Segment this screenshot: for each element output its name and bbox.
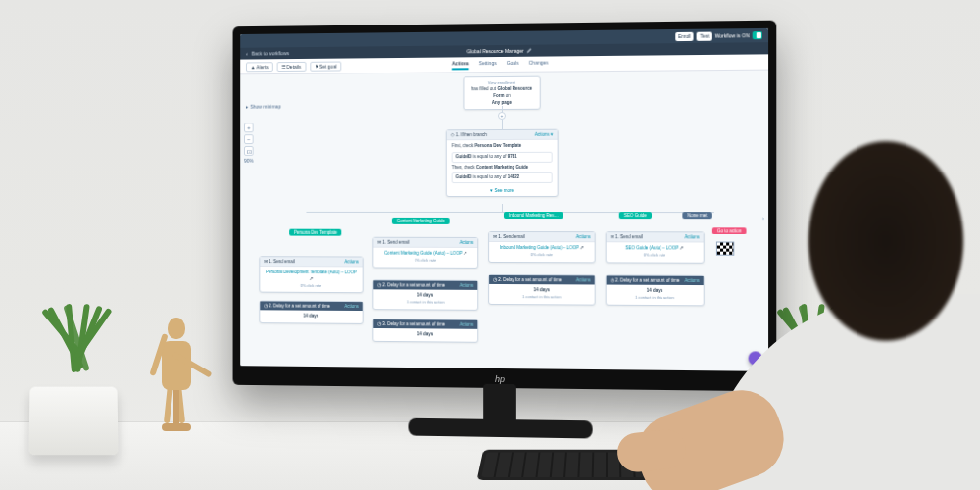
- set-goal-button[interactable]: ⚑ Set goal: [310, 61, 342, 71]
- tab-goals[interactable]: Goals: [507, 59, 519, 69]
- branch-label-none[interactable]: None met: [682, 212, 711, 219]
- zoom-level: 90%: [244, 158, 254, 164]
- send-email-node-4[interactable]: ✉ 1. Send emailActions SEO Guide (Auto) …: [606, 231, 705, 263]
- add-step-button[interactable]: +: [498, 112, 506, 120]
- zoom-fit-button[interactable]: ⊡: [244, 146, 254, 156]
- show-minimap-link[interactable]: ▸ Show minimap: [246, 104, 281, 110]
- workflow-toggle[interactable]: [753, 31, 762, 39]
- tab-settings[interactable]: Settings: [479, 60, 497, 70]
- see-more-link[interactable]: ▾ See more: [447, 188, 558, 196]
- alerts-button[interactable]: ▲ Alerts: [246, 62, 273, 72]
- pencil-icon[interactable]: [526, 48, 532, 54]
- branch-node[interactable]: ◇ 1. If/then branchActions ▾ First, chec…: [446, 129, 559, 197]
- zoom-in-button[interactable]: +: [244, 122, 254, 132]
- branch-label-2[interactable]: Content Marketing Guide: [392, 218, 450, 224]
- test-button[interactable]: Test: [697, 31, 711, 40]
- zoom-out-button[interactable]: −: [244, 134, 254, 144]
- branch-label-4[interactable]: SEO Guide: [619, 212, 652, 219]
- workflow-status: Workflow is ON: [715, 32, 750, 38]
- delay-node-2[interactable]: ◷ 2. Delay for a set amount of timeActio…: [372, 279, 478, 310]
- tab-actions[interactable]: Actions: [452, 60, 469, 70]
- tabs: Actions Settings Goals Changes: [452, 59, 549, 70]
- branch-label-1[interactable]: Persona Dev Template: [289, 229, 342, 236]
- details-button[interactable]: ☰ Details: [276, 61, 306, 71]
- zoom-controls: + − ⊡ 90%: [244, 122, 254, 163]
- branch-actions-link[interactable]: Actions ▾: [535, 132, 554, 137]
- workflow-canvas[interactable]: ▸ Show minimap + − ⊡ 90% View enrollment…: [240, 71, 768, 371]
- goal-flag-icon: [716, 242, 734, 256]
- branch-label-3[interactable]: Inbound Marketing Res…: [504, 212, 564, 219]
- delay-node-4[interactable]: ◷ 2. Delay for a set amount of timeActio…: [606, 274, 705, 305]
- back-link[interactable]: Back to workflows: [252, 50, 289, 56]
- chevron-left-icon: ‹: [246, 51, 248, 57]
- send-email-node-3[interactable]: ✉ 1. Send emailActions Inbound Marketing…: [488, 231, 596, 263]
- enroll-button[interactable]: Enroll: [675, 31, 694, 40]
- send-email-node-2[interactable]: ✉ 1. Send emailActions Content Marketing…: [372, 237, 478, 269]
- tab-changes[interactable]: Changes: [529, 59, 549, 69]
- delay-node-1[interactable]: ◷ 2. Delay for a set amount of timeActio…: [259, 300, 363, 323]
- send-email-node-1[interactable]: ✉ 1. Send emailActions Personal Developm…: [259, 256, 363, 293]
- delay-node-2b[interactable]: ◷ 3. Delay for a set amount of timeActio…: [372, 318, 478, 343]
- monitor-brand: hp: [495, 374, 505, 384]
- delay-node-3[interactable]: ◷ 2. Delay for a set amount of timeActio…: [488, 274, 596, 305]
- monitor: Enroll Test Workflow is ON ‹ Back to wor…: [233, 21, 777, 392]
- goto-action-tag[interactable]: Go to action: [712, 227, 747, 234]
- page-title: Global Resource Manager: [467, 48, 524, 55]
- app-window: Enroll Test Workflow is ON ‹ Back to wor…: [240, 28, 768, 371]
- collapse-panel-icon[interactable]: ›: [762, 215, 764, 220]
